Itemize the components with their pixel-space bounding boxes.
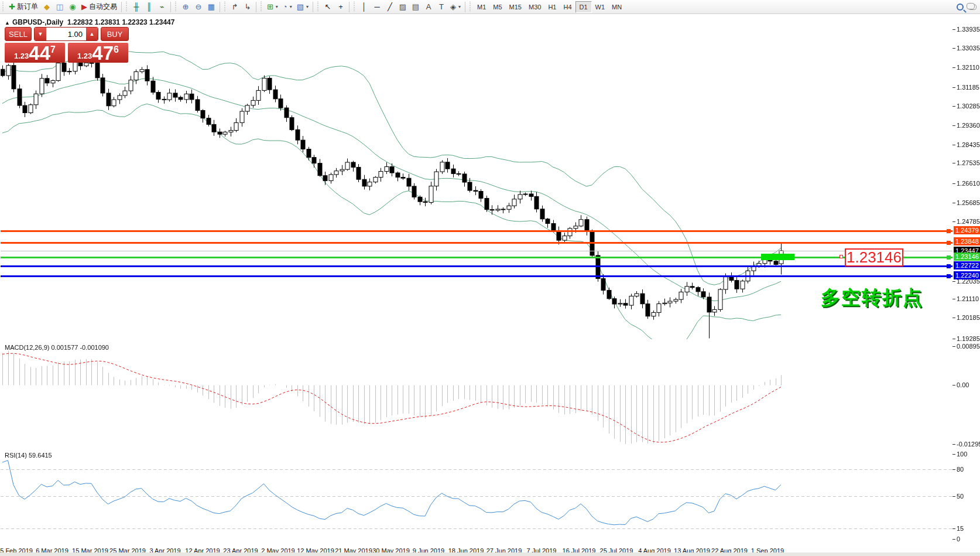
chart-shift-button[interactable]: ↳ bbox=[241, 1, 254, 13]
rsi-value: 59.6415 bbox=[29, 452, 52, 459]
toolbar-grip bbox=[125, 2, 129, 12]
sell-price-big: 44 bbox=[29, 45, 50, 62]
toolbar-separator bbox=[313, 2, 313, 12]
timeframe-m15[interactable]: M15 bbox=[506, 1, 525, 13]
timeframe-mn[interactable]: MN bbox=[608, 1, 625, 13]
price-tag-label[interactable]: 1.23146 bbox=[845, 248, 903, 267]
main-toolbar: ✚新订单◆◫◉▶自动交易╫║⌁⊕⊖▦↱↳⊞▾◔▾▧▾↖+│─╱▨▤AT◈▾M1M… bbox=[0, 0, 980, 14]
price-badge: 1.23146 bbox=[954, 253, 980, 261]
price-tick-label: 1.20185 bbox=[957, 314, 980, 321]
price-tick-label: 1.29360 bbox=[957, 122, 980, 129]
zoom-out-button[interactable]: ⊖ bbox=[192, 1, 205, 13]
toolbar-separator bbox=[256, 2, 256, 12]
macd-value: 0.001577 bbox=[51, 344, 78, 351]
price-tick-label: 1.27535 bbox=[957, 159, 980, 166]
signal-button[interactable]: ◉ bbox=[66, 1, 79, 13]
vline-tool-button[interactable]: │ bbox=[358, 1, 371, 13]
price-tick-label: 1.33935 bbox=[957, 26, 980, 33]
add-indicator-button[interactable]: ⊞▾ bbox=[265, 1, 280, 13]
mt4-window: ✚新订单◆◫◉▶自动交易╫║⌁⊕⊖▦↱↳⊞▾◔▾▧▾↖+│─╱▨▤AT◈▾M1M… bbox=[0, 0, 980, 556]
highlight-rectangle[interactable] bbox=[761, 254, 794, 260]
market-watch-button[interactable]: ◫ bbox=[53, 1, 66, 13]
timeframe-h4[interactable]: H4 bbox=[560, 1, 575, 13]
turning-point-annotation[interactable]: 多空转折点 bbox=[821, 285, 923, 311]
auto-scroll-icon: ↱ bbox=[231, 3, 238, 11]
bar-chart-mode-button[interactable]: ╫ bbox=[130, 1, 143, 13]
dropdown-caret-icon: ▾ bbox=[276, 4, 278, 9]
macd-tick-label: -0.012957 bbox=[957, 441, 980, 448]
timeframe-h1[interactable]: H1 bbox=[544, 1, 560, 13]
add-indicator-icon: ⊞ bbox=[267, 3, 273, 11]
toolbar-grip bbox=[468, 2, 472, 12]
text-tool-button[interactable]: A bbox=[422, 1, 435, 13]
price-tick-label: 1.28435 bbox=[957, 141, 980, 148]
ohlc-values: 1.22832 1.23831 1.22323 1.23447 bbox=[67, 18, 175, 26]
shapes-menu-button[interactable]: ◈▾ bbox=[448, 1, 463, 13]
rsi-tick-label: 50 bbox=[957, 493, 964, 500]
toolbar-grip bbox=[259, 2, 263, 12]
auto-scroll-button[interactable]: ↱ bbox=[228, 1, 241, 13]
text-tool-icon: A bbox=[426, 3, 431, 11]
timeframe-w1[interactable]: W1 bbox=[592, 1, 609, 13]
buy-price-big: 47 bbox=[92, 45, 114, 62]
eraser-button[interactable]: ◆ bbox=[40, 1, 53, 13]
volume-decrease-button[interactable]: ▼ bbox=[35, 28, 46, 40]
label-tool-button[interactable]: T bbox=[435, 1, 448, 13]
buy-price-button[interactable]: 1.23476 bbox=[68, 43, 128, 63]
hline-tool-button[interactable]: ─ bbox=[371, 1, 383, 13]
trendline-tool-icon: ╱ bbox=[388, 3, 392, 11]
timeframe-m1[interactable]: M1 bbox=[474, 1, 489, 13]
sell-price-button[interactable]: 1.23447 bbox=[5, 43, 65, 63]
shapes-menu-icon: ◈ bbox=[450, 3, 456, 11]
timeframe-m30[interactable]: M30 bbox=[525, 1, 544, 13]
candle-mode-button[interactable]: ║ bbox=[143, 1, 156, 13]
eraser-icon: ◆ bbox=[44, 3, 50, 11]
macd-label: MACD(12,26,9) 0.001577 -0.001090 bbox=[5, 344, 109, 351]
fibo-tool-button[interactable]: ▤ bbox=[409, 1, 422, 13]
new-order-label: 新订单 bbox=[17, 2, 38, 12]
dropdown-caret-icon: ▾ bbox=[458, 4, 461, 9]
cursor-tool-button[interactable]: ↖ bbox=[321, 1, 334, 13]
market-watch-icon: ◫ bbox=[56, 3, 63, 11]
timeframe-m5[interactable]: M5 bbox=[489, 1, 505, 13]
sell-price-small: 1.23 bbox=[14, 52, 29, 60]
cursor-tool-icon: ↖ bbox=[325, 3, 331, 11]
toolbar-separator bbox=[465, 2, 465, 12]
timeframe-d1[interactable]: D1 bbox=[575, 1, 592, 13]
rsi-tick-label: 100 bbox=[957, 451, 967, 458]
sell-button[interactable]: SELL bbox=[5, 27, 32, 41]
buy-button[interactable]: BUY bbox=[101, 27, 129, 41]
price-tick-label: 1.31185 bbox=[957, 84, 979, 91]
volume-increase-button[interactable]: ▲ bbox=[86, 28, 98, 40]
sell-price-sup: 7 bbox=[50, 45, 56, 55]
channel-tool-button[interactable]: ▨ bbox=[396, 1, 409, 13]
chat-icon[interactable] bbox=[968, 4, 976, 10]
zoom-in-button[interactable]: ⊕ bbox=[179, 1, 192, 13]
rsi-tick-label: 15 bbox=[957, 525, 964, 532]
price-tag-handle[interactable] bbox=[839, 255, 843, 258]
autotrade-button[interactable]: ▶自动交易 bbox=[79, 1, 119, 13]
toolbar-grip bbox=[1, 2, 5, 12]
crosshair-tool-button[interactable]: + bbox=[334, 1, 347, 13]
period-menu-button[interactable]: ◔▾ bbox=[280, 1, 294, 13]
template-menu-button[interactable]: ▧▾ bbox=[294, 1, 311, 13]
new-order-button[interactable]: ✚新订单 bbox=[6, 1, 40, 13]
price-tick-label: 1.19285 bbox=[957, 335, 980, 342]
bar-chart-mode-icon: ╫ bbox=[133, 3, 139, 11]
crosshair-tool-icon: + bbox=[338, 3, 343, 11]
rsi-tick-label: 0 bbox=[957, 535, 960, 543]
collapse-arrow-icon[interactable]: ▲ bbox=[5, 20, 10, 26]
trendline-tool-button[interactable]: ╱ bbox=[383, 1, 396, 13]
chart-header: ▲GBPUSD-,Daily 1.22832 1.23831 1.22323 1… bbox=[5, 18, 174, 26]
line-mode-button[interactable]: ⌁ bbox=[156, 1, 169, 13]
buy-price-sup: 6 bbox=[114, 45, 119, 55]
search-icon[interactable] bbox=[957, 4, 964, 11]
chart-canvas[interactable] bbox=[0, 0, 980, 556]
tile-windows-button[interactable]: ▦ bbox=[205, 1, 218, 13]
toolbar-separator bbox=[220, 2, 220, 12]
toolbar-grip bbox=[352, 2, 357, 12]
price-tick-label: 1.26610 bbox=[957, 180, 980, 187]
vline-tool-icon: │ bbox=[362, 3, 366, 11]
price-badge: 1.24379 bbox=[954, 226, 980, 234]
volume-input[interactable] bbox=[46, 28, 86, 40]
